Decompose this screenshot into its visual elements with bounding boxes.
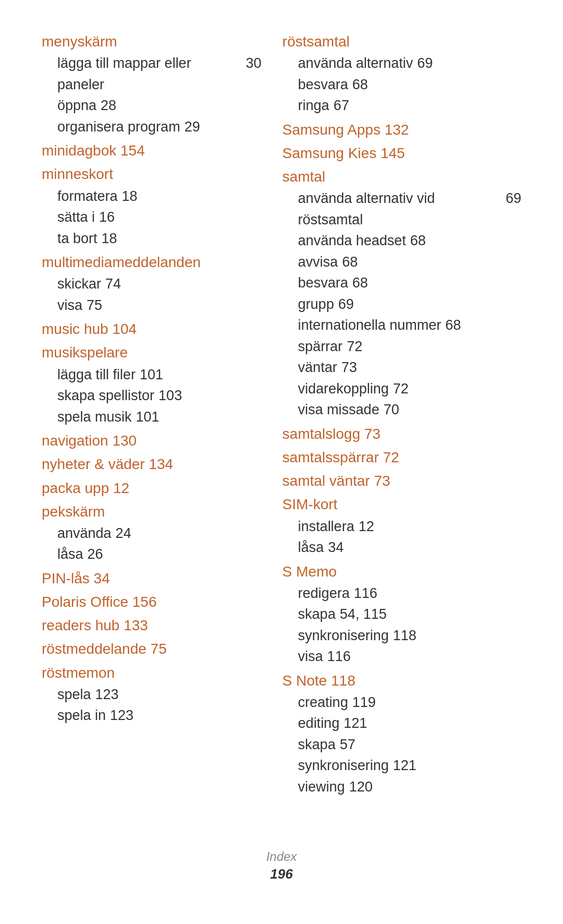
entry-heading: nyheter & väder 134 [42,454,262,474]
list-item: music hub 104 [42,319,262,339]
footer-page-number: 196 [270,866,292,882]
sub-entry: viewing 120 [298,776,521,798]
list-item: multimediameddelanden skickar 74 visa 75 [42,252,262,316]
entry-title: S Note [283,673,327,689]
entry-heading: navigation 130 [42,430,262,451]
sub-entries: lägga till filer 101 skapa spellistor 10… [57,364,262,428]
entry-heading: samtalsspärrar 72 [283,447,521,467]
list-item: navigation 130 [42,430,262,451]
right-column: röstsamtal använda alternativ 69 besvara… [272,31,521,818]
sub-entry: vidarekoppling 72 [298,378,521,400]
sub-entry: organisera program 29 [57,116,262,138]
entry-title: SIM-kort [283,496,338,512]
sub-entries: lägga till mappar eller paneler 30 öppna… [57,53,262,137]
entry-heading: S Memo [283,561,521,582]
sub-entry: visa 116 [298,646,521,667]
sub-entries: creating 119 editing 121 skapa 57 synkro… [298,692,521,798]
sub-entries: redigera 116 skapa 54, 115 synkroniserin… [298,583,521,667]
sub-entries: spela 123 spela in 123 [57,684,262,726]
list-item: musikspelare lägga till filer 101 skapa … [42,342,262,427]
sub-entry: lägga till filer 101 [57,364,262,386]
entry-heading: röstsamtal [283,31,521,52]
entry-title: multimediameddelanden [42,254,201,270]
sub-entry: skapa 54, 115 [298,604,521,625]
list-item: Samsung Kies 145 [283,143,521,163]
list-item: SIM-kort installera 12 låsa 34 [283,494,521,558]
entry-title: samtalsspärrar [283,449,379,465]
sub-entries: använda alternativ 69 besvara 68 ringa 6… [298,53,521,116]
sub-entry: öppna 28 [57,95,262,116]
footer-label: Index [42,849,521,864]
list-item: samtal väntar 73 [283,471,521,491]
sub-entry: ta bort 18 [57,228,262,249]
sub-entry: grupp 69 [298,294,521,315]
entry-title: minneskort [42,166,113,182]
sub-entry: installera 12 [298,516,521,537]
entry-title: menyskärm [42,33,117,50]
sub-entry: låsa 34 [298,537,521,558]
sub-entry: låsa 26 [57,544,262,565]
sub-entries: skickar 74 visa 75 [57,273,262,316]
sub-entry: besvara 68 [298,74,521,95]
entry-heading: röstmeddelande 75 [42,639,262,659]
entry-heading: musikspelare [42,342,262,363]
sub-entry: spela 123 [57,684,262,705]
sub-entries: formatera 18 sätta i 16 ta bort 18 [57,186,262,249]
sub-entry: redigera 116 [298,583,521,604]
entry-heading: packa upp 12 [42,478,262,498]
list-item: menyskärm lägga till mappar eller panele… [42,31,262,137]
left-column: menyskärm lägga till mappar eller panele… [42,31,272,818]
list-item: S Note 118 creating 119 editing 121 skap… [283,670,521,798]
sub-entry: spärrar 72 [298,336,521,357]
sub-entry: använda alternativ vid röstsamtal 69 [298,188,521,230]
sub-entry: editing 121 [298,713,521,734]
sub-entry: väntar 73 [298,357,521,378]
entry-heading: samtalslogg 73 [283,424,521,444]
entry-heading: minneskort [42,164,262,184]
entry-heading: pekskärm [42,501,262,522]
entry-title: minidagbok [42,142,116,159]
entry-title: samtal [283,169,325,185]
entry-heading: samtal [283,166,521,187]
list-item: nyheter & väder 134 [42,454,262,474]
entry-heading: multimediameddelanden [42,252,262,272]
list-item: minidagbok 154 [42,140,262,161]
sub-entry: använda 24 [57,523,262,544]
list-item: packa upp 12 [42,478,262,498]
entry-title: Polaris Office [42,594,128,610]
sub-entry: avvisa 68 [298,251,521,273]
page: menyskärm lägga till mappar eller panele… [0,0,563,924]
sub-entry: formatera 18 [57,186,262,207]
entry-heading: readers hub 133 [42,615,262,635]
entry-heading: menyskärm [42,31,262,52]
sub-entry: ringa 67 [298,95,521,116]
list-item: röstmeddelande 75 [42,639,262,659]
entry-title: Samsung Apps [283,122,381,138]
entry-heading: röstmemon [42,663,262,683]
entry-heading: Samsung Kies 145 [283,143,521,163]
entry-title: music hub [42,321,108,337]
entry-title: readers hub [42,617,119,633]
entry-title: samtal väntar [283,473,370,489]
sub-entry: synkronisering 118 [298,625,521,646]
sub-entry: använda alternativ 69 [298,53,521,74]
sub-entry: använda headset 68 [298,230,521,251]
entry-heading: samtal väntar 73 [283,471,521,491]
sub-entries: använda alternativ vid röstsamtal 69 anv… [298,188,521,421]
entry-heading: Samsung Apps 132 [283,119,521,140]
entry-title: packa upp [42,480,109,496]
entry-heading: music hub 104 [42,319,262,339]
sub-entry: skickar 74 [57,273,262,295]
list-item: samtalsspärrar 72 [283,447,521,467]
entry-title: samtalslogg [283,426,360,442]
sub-entry: lägga till mappar eller paneler 30 [57,53,262,95]
sub-entry: spela in 123 [57,705,262,726]
content-area: menyskärm lägga till mappar eller panele… [42,31,521,818]
entry-heading: PIN-lås 34 [42,568,262,589]
entry-title: röstsamtal [283,33,350,50]
entry-title: pekskärm [42,503,105,520]
list-item: PIN-lås 34 [42,568,262,589]
list-item: minneskort formatera 18 sätta i 16 ta bo… [42,164,262,249]
sub-entry: synkronisering 121 [298,755,521,776]
sub-entries: installera 12 låsa 34 [298,516,521,558]
